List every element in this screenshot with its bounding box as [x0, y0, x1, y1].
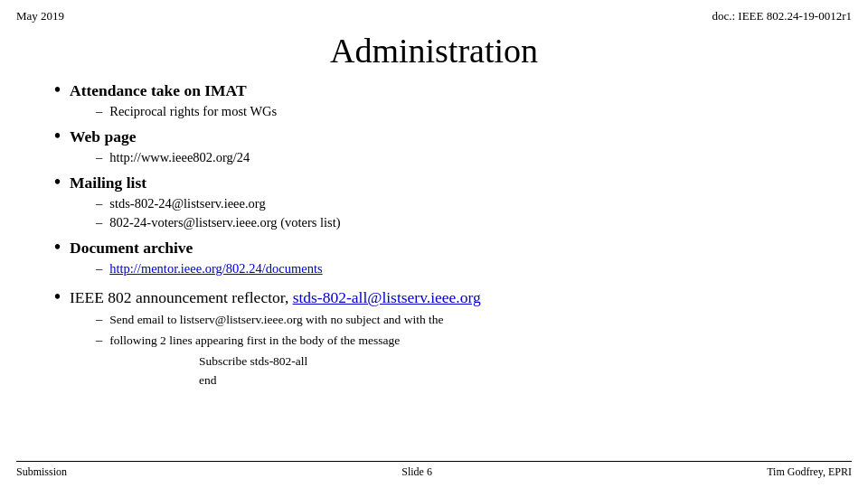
bullet-item-webpage: • Web page – http://www.ieee802.org/24 [54, 126, 823, 168]
bullet-item-mailing: • Mailing list – stds-802-24@listserv.ie… [54, 172, 823, 234]
announcement-sub-2: following 2 lines appearing first in the… [109, 332, 400, 351]
footer-author: Tim Godfrey, EPRI [767, 465, 852, 479]
bullet-main-text: Web page [70, 127, 136, 146]
bullet-sub-text: 802-24-voters@listserv.ieee.org (voters … [109, 213, 340, 233]
subscribe-line-1: Subscribe stds-802-all [199, 352, 823, 371]
bullet-main-text: Attendance take on IMAT [70, 81, 247, 100]
announcement-link[interactable]: stds-802-all@listserv.ieee.org [293, 288, 481, 306]
bullet-main-text: Document archive [70, 239, 193, 258]
bullet-dot: • [54, 237, 61, 258]
title-section: Administration [0, 31, 868, 70]
content-area: • Attendance take on IMAT – Reciprocal r… [0, 80, 868, 390]
page-title: Administration [0, 31, 868, 70]
bullet-dot: • [54, 126, 61, 146]
bullet-dot: • [54, 80, 61, 100]
subscribe-line-2: end [199, 371, 823, 390]
header-doc: doc.: IEEE 802.24-19-0012r1 [712, 9, 852, 23]
bullet-item-attendance: • Attendance take on IMAT – Reciprocal r… [54, 80, 823, 122]
slide-container: May 2019 doc.: IEEE 802.24-19-0012r1 Adm… [0, 0, 868, 488]
footer-slide: Slide 6 [401, 465, 432, 479]
bullet-item-document: • Document archive – http://mentor.ieee.… [54, 237, 823, 279]
announcement-item: • IEEE 802 announcement reflector, stds-… [54, 286, 823, 390]
bullet-sub-text: stds-802-24@listserv.ieee.org [109, 194, 265, 214]
header-bar: May 2019 doc.: IEEE 802.24-19-0012r1 [0, 0, 868, 27]
bullet-dot: • [54, 286, 61, 307]
subscribe-block: Subscribe stds-802-all end [54, 352, 823, 390]
document-archive-link[interactable]: http://mentor.ieee.org/802.24/documents [109, 259, 322, 279]
bullet-main-text: Mailing list [70, 174, 146, 192]
announcement-prefix: IEEE 802 announcement reflector, stds-80… [70, 288, 481, 307]
bullet-sub-text: http://www.ieee802.org/24 [109, 148, 250, 168]
footer-submission: Submission [16, 465, 67, 479]
header-date: May 2019 [16, 9, 64, 23]
bullet-sub-text: Reciprocal rights for most WGs [109, 102, 277, 122]
bullet-dot: • [54, 172, 61, 192]
footer-bar: Submission Slide 6 Tim Godfrey, EPRI [16, 461, 852, 479]
announcement-sub-1: Send email to listserv@listserv.ieee.org… [109, 311, 443, 330]
